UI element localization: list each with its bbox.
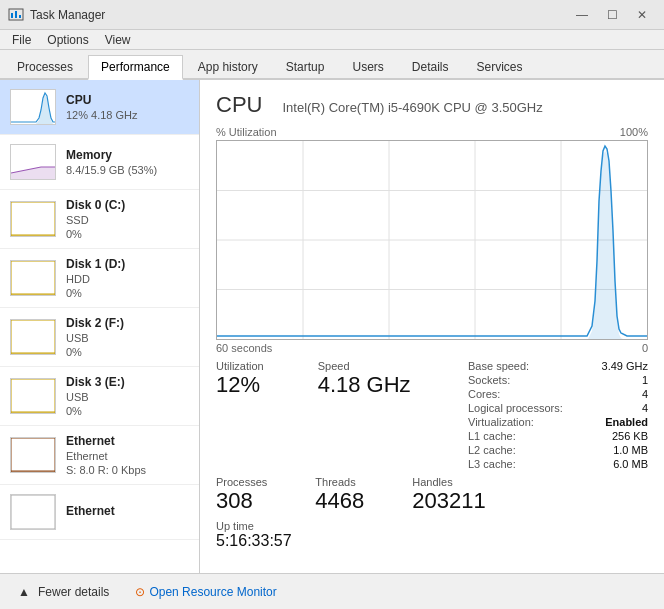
chart-container: % Utilization 100% (216, 126, 648, 354)
chart-svg (217, 141, 647, 339)
info-row-2: Cores:4 (468, 388, 648, 400)
sidebar-item-name-7: Ethernet (66, 504, 189, 518)
chart-utilization-label: % Utilization (216, 126, 277, 138)
menu-options[interactable]: Options (39, 31, 96, 49)
info-val-6: 1.0 MB (613, 444, 648, 456)
info-key-6: L2 cache: (468, 444, 598, 456)
handles-stat: Handles 203211 (412, 476, 485, 514)
chart-label-top: % Utilization 100% (216, 126, 648, 138)
chevron-up-icon: ▲ (16, 584, 32, 600)
sidebar-item-detail2-4: 0% (66, 346, 189, 358)
info-row-3: Logical processors:4 (468, 402, 648, 414)
processes-stat: Processes 308 (216, 476, 267, 514)
sidebar-thumbnail-5 (10, 378, 56, 414)
sidebar-item-0[interactable]: CPU12% 4.18 GHz (0, 80, 199, 135)
svg-marker-21 (217, 151, 647, 339)
sidebar-thumbnail-0 (10, 89, 56, 125)
cpu-panel: CPU Intel(R) Core(TM) i5-4690K CPU @ 3.5… (200, 80, 664, 573)
sidebar-item-5[interactable]: Disk 3 (E:)USB0% (0, 367, 199, 426)
threads-stat: Threads 4468 (315, 476, 364, 514)
info-val-5: 256 KB (612, 430, 648, 442)
utilization-value: 12% (216, 372, 264, 398)
threads-value: 4468 (315, 488, 364, 514)
menu-bar: File Options View (0, 30, 664, 50)
sidebar-item-detail1-1: 8.4/15.9 GB (53%) (66, 164, 189, 176)
window-title: Task Manager (30, 8, 105, 22)
menu-file[interactable]: File (4, 31, 39, 49)
threads-label: Threads (315, 476, 364, 488)
tab-startup[interactable]: Startup (273, 55, 338, 78)
speed-stat: Speed 4.18 GHz (318, 360, 411, 472)
info-val-1: 1 (642, 374, 648, 386)
main-content: CPU12% 4.18 GHz Memory8.4/15.9 GB (53%) … (0, 80, 664, 573)
info-key-4: Virtualization: (468, 416, 598, 428)
close-button[interactable]: ✕ (628, 5, 656, 25)
sidebar-item-detail2-6: S: 8.0 R: 0 Kbps (66, 464, 189, 476)
chart-label-bottom: 60 seconds 0 (216, 342, 648, 354)
maximize-button[interactable]: ☐ (598, 5, 626, 25)
tab-services[interactable]: Services (464, 55, 536, 78)
info-key-3: Logical processors: (468, 402, 598, 414)
tab-details[interactable]: Details (399, 55, 462, 78)
monitor-icon: ⊙ (135, 585, 145, 599)
sidebar-item-info-3: Disk 1 (D:)HDD0% (66, 257, 189, 299)
sidebar-item-1[interactable]: Memory8.4/15.9 GB (53%) (0, 135, 199, 190)
title-bar: Task Manager — ☐ ✕ (0, 0, 664, 30)
sidebar-item-detail1-0: 12% 4.18 GHz (66, 109, 189, 121)
sidebar-item-info-4: Disk 2 (F:)USB0% (66, 316, 189, 358)
uptime-label: Up time (216, 520, 648, 532)
sidebar-item-4[interactable]: Disk 2 (F:)USB0% (0, 308, 199, 367)
sidebar-item-7[interactable]: Ethernet (0, 485, 199, 540)
pth-row: Processes 308 Threads 4468 Handles 20321… (216, 476, 648, 514)
info-key-5: L1 cache: (468, 430, 598, 442)
sidebar-item-detail2-5: 0% (66, 405, 189, 417)
sidebar-item-name-4: Disk 2 (F:) (66, 316, 189, 330)
sidebar-list[interactable]: CPU12% 4.18 GHz Memory8.4/15.9 GB (53%) … (0, 80, 199, 573)
sidebar-thumbnail-3 (10, 260, 56, 296)
info-key-0: Base speed: (468, 360, 598, 372)
tab-processes[interactable]: Processes (4, 55, 86, 78)
fewer-details-label: Fewer details (38, 585, 109, 599)
uptime-section: Up time 5:16:33:57 (216, 520, 648, 550)
open-resource-monitor-button[interactable]: ⊙ Open Resource Monitor (135, 585, 276, 599)
info-row-5: L1 cache:256 KB (468, 430, 648, 442)
sidebar-item-info-7: Ethernet (66, 504, 189, 520)
sidebar-thumbnail-2 (10, 201, 56, 237)
menu-view[interactable]: View (97, 31, 139, 49)
svg-rect-2 (15, 11, 17, 18)
sidebar-item-info-6: EthernetEthernetS: 8.0 R: 0 Kbps (66, 434, 189, 476)
sidebar-item-3[interactable]: Disk 1 (D:)HDD0% (0, 249, 199, 308)
tab-bar: ProcessesPerformanceApp historyStartupUs… (0, 50, 664, 80)
taskmanager-icon (8, 7, 24, 23)
utilization-stat: Utilization 12% (216, 360, 264, 472)
open-resource-monitor-label: Open Resource Monitor (149, 585, 276, 599)
sidebar-item-info-2: Disk 0 (C:)SSD0% (66, 198, 189, 240)
info-row-7: L3 cache:6.0 MB (468, 458, 648, 470)
fewer-details-button[interactable]: ▲ Fewer details (10, 580, 115, 604)
sidebar-thumbnail-1 (10, 144, 56, 180)
info-key-2: Cores: (468, 388, 598, 400)
cpu-header: CPU Intel(R) Core(TM) i5-4690K CPU @ 3.5… (216, 92, 648, 118)
uptime-value: 5:16:33:57 (216, 532, 648, 550)
chart-zero-label: 0 (642, 342, 648, 354)
sidebar-item-6[interactable]: EthernetEthernetS: 8.0 R: 0 Kbps (0, 426, 199, 485)
sidebar-item-detail2-3: 0% (66, 287, 189, 299)
sidebar-item-name-5: Disk 3 (E:) (66, 375, 189, 389)
sidebar-item-info-0: CPU12% 4.18 GHz (66, 93, 189, 121)
tab-performance[interactable]: Performance (88, 55, 183, 80)
minimize-button[interactable]: — (568, 5, 596, 25)
title-bar-left: Task Manager (8, 7, 105, 23)
tab-app-history[interactable]: App history (185, 55, 271, 78)
info-row-1: Sockets:1 (468, 374, 648, 386)
svg-rect-9 (11, 261, 55, 295)
sidebar-item-2[interactable]: Disk 0 (C:)SSD0% (0, 190, 199, 249)
tab-users[interactable]: Users (339, 55, 396, 78)
sidebar-thumbnail-6 (10, 437, 56, 473)
sidebar-item-detail1-3: HDD (66, 273, 189, 285)
sidebar-item-info-1: Memory8.4/15.9 GB (53%) (66, 148, 189, 176)
info-key-7: L3 cache: (468, 458, 598, 470)
sidebar-item-name-3: Disk 1 (D:) (66, 257, 189, 271)
svg-rect-11 (11, 379, 55, 413)
sidebar-item-name-2: Disk 0 (C:) (66, 198, 189, 212)
speed-value: 4.18 GHz (318, 372, 411, 398)
